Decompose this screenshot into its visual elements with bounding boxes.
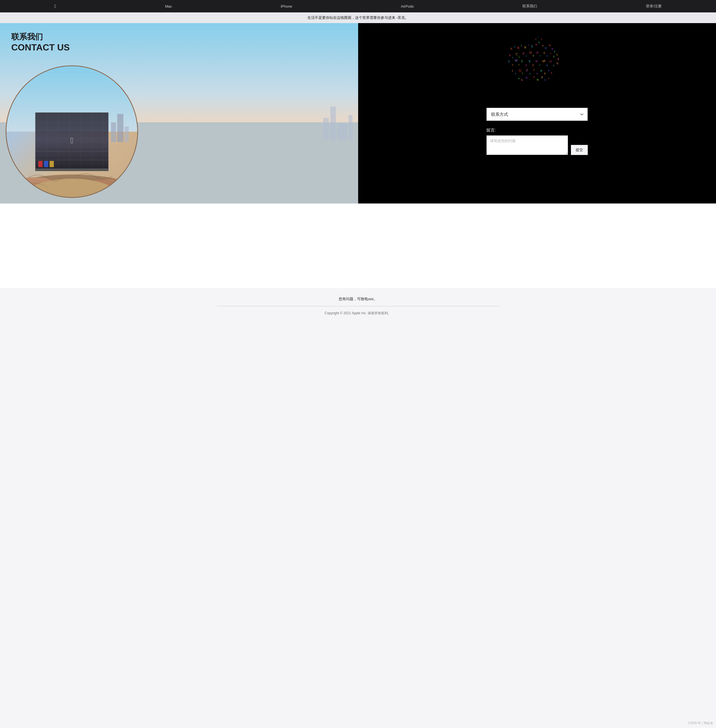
building-4 xyxy=(349,115,352,140)
footer-copyright: Copyright © 2021 Apple Inc. 保留所有权利。 xyxy=(6,311,710,316)
floor-line-1 xyxy=(35,160,108,160)
bg-building-1 xyxy=(111,122,116,142)
announcement-text: 生活不是要你站在边线围观，这个世界需要你参与进来 -库克。 xyxy=(307,15,409,20)
announcement-bar: 生活不是要你站在边线围观，这个世界需要你参与进来 -库克。 xyxy=(0,12,716,23)
svg-text:O: O xyxy=(549,59,552,63)
left-panel: 联系我们 CONTACT US xyxy=(0,23,358,204)
building-2 xyxy=(330,106,336,140)
message-label: 留言: xyxy=(486,128,588,133)
nav-apple-icon[interactable]:  xyxy=(55,3,56,9)
bg-building-3 xyxy=(124,126,129,142)
nav-airpods[interactable]: AirPods xyxy=(401,4,414,8)
en-title: CONTACT US xyxy=(11,42,70,53)
submit-button[interactable]: 提交 xyxy=(571,145,588,155)
message-textarea[interactable] xyxy=(486,135,568,155)
title-block: 联系我们 CONTACT US xyxy=(11,32,70,53)
rock-svg xyxy=(6,160,137,197)
footer-contact-text: 您有问题，可致电xxx。 xyxy=(6,296,710,302)
building-1 xyxy=(323,118,329,140)
footer: 您有问题，可致电xxx。 Copyright © 2021 Apple Inc.… xyxy=(0,288,716,321)
contact-method-select[interactable]: 联系方式 电话 邮件 在线客服 xyxy=(486,108,588,121)
bg-buildings xyxy=(111,114,129,142)
spacer xyxy=(0,204,716,288)
store-image-inner:  xyxy=(6,66,137,197)
background-buildings xyxy=(323,106,352,140)
bg-building-2 xyxy=(117,114,123,142)
nav-login[interactable]: 登录/注册 xyxy=(646,4,661,9)
floor-line-2 xyxy=(35,151,108,152)
contact-form: 联系方式 电话 邮件 在线客服 留言: 提交 xyxy=(486,108,588,158)
rock-formation xyxy=(6,160,137,197)
svg-rect-4 xyxy=(498,29,576,102)
nav-iphone[interactable]: iPhone xyxy=(281,4,292,8)
store-image-circle:  xyxy=(6,65,138,198)
right-panel: A p B e R s T m G n K w D f L q xyxy=(358,23,716,204)
building-3 xyxy=(337,123,347,140)
store-apple-logo:  xyxy=(70,136,73,145)
nav-contact[interactable]: 联系我们 xyxy=(522,4,537,9)
main-section: 联系我们 CONTACT US xyxy=(0,23,716,204)
zh-title: 联系我们 xyxy=(11,32,70,42)
nav-mac[interactable]: Mac xyxy=(165,4,172,8)
apple-logo-svg: A p B e R s T m G n K w D f L q xyxy=(498,29,576,102)
apple-logo-mosaic: A p B e R s T m G n K w D f L q xyxy=(498,29,576,102)
main-nav:  Mac iPhone AirPods 联系我们 登录/注册 xyxy=(0,0,716,12)
message-row: 提交 xyxy=(486,135,588,155)
